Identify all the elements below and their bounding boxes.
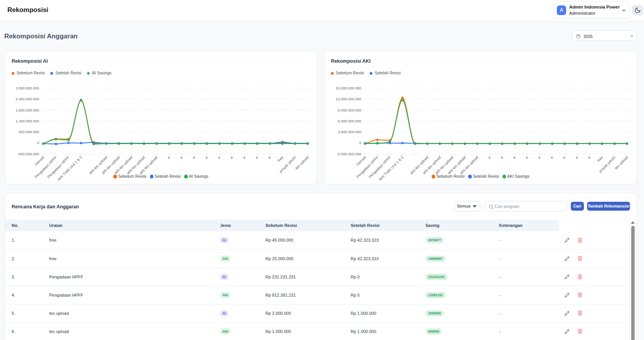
svg-text:Genset: Genset (34, 155, 45, 167)
svg-text:e: e (229, 155, 234, 160)
svg-text:-3.000.000.000: -3.000.000.000 (337, 152, 362, 156)
svg-text:e: e (499, 155, 504, 160)
svg-text:6.000.000.000: 6.000.000.000 (338, 119, 362, 123)
svg-text:tes upload: tes upload (294, 155, 310, 170)
svg-text:Genset: Genset (355, 155, 367, 167)
svg-text:tes upload: tes upload (614, 155, 629, 170)
svg-text:e: e (242, 155, 246, 160)
svg-text:e: e (587, 155, 591, 160)
svg-text:free: free (596, 155, 604, 163)
svg-text:e: e (524, 155, 529, 160)
svg-text:e: e (166, 155, 171, 160)
svg-text:e: e (204, 155, 209, 160)
svg-text:12.000.000.000: 12.000.000.000 (336, 97, 361, 101)
svg-text:600.000.000: 600.000.000 (19, 130, 39, 134)
svg-text:-600.000.000: -600.000.000 (17, 152, 39, 156)
svg-text:e: e (179, 155, 184, 160)
svg-text:1.800.000.000: 1.800.000.000 (15, 108, 39, 112)
svg-text:e: e (574, 155, 579, 160)
svg-text:15.000.000.000: 15.000.000.000 (336, 86, 361, 90)
svg-text:3.000.000.000: 3.000.000.000 (15, 86, 39, 90)
svg-text:0: 0 (37, 141, 39, 145)
svg-text:3.000.000.000: 3.000.000.000 (338, 130, 362, 134)
svg-text:0: 0 (359, 141, 361, 145)
svg-text:e: e (255, 155, 259, 160)
svg-text:free: free (277, 155, 284, 163)
svg-text:e: e (549, 155, 554, 160)
svg-text:e: e (562, 155, 567, 160)
svg-text:e: e (191, 155, 196, 160)
svg-text:e: e (267, 155, 272, 160)
svg-text:e: e (512, 155, 517, 160)
svg-text:e: e (487, 155, 492, 160)
svg-text:9.000.000.000: 9.000.000.000 (338, 108, 362, 112)
svg-text:e: e (217, 155, 221, 160)
svg-text:2.400.000.000: 2.400.000.000 (15, 97, 39, 101)
svg-text:e: e (537, 155, 542, 160)
svg-text:1.200.000.000: 1.200.000.000 (15, 119, 39, 123)
